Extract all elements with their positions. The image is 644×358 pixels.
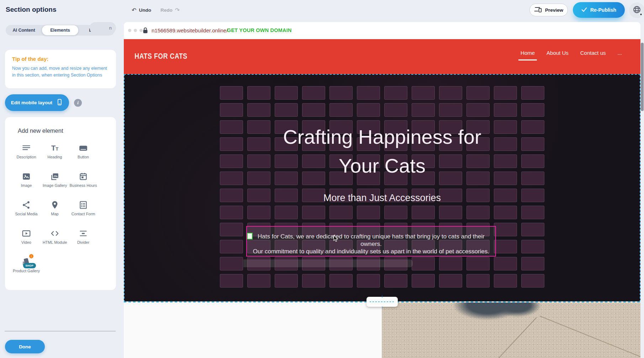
- element-label: Divider: [77, 240, 89, 245]
- hero-tile: [521, 274, 544, 288]
- selected-text-element[interactable]: Hats for Cats, we are dedicated to craft…: [246, 226, 496, 257]
- hero-tile: [275, 103, 298, 117]
- hero-tile: [329, 86, 353, 100]
- element-drag-handle[interactable]: [247, 233, 253, 239]
- add-element-image[interactable]: Image: [12, 169, 41, 198]
- hero-tile: [384, 206, 407, 219]
- hero-tile: [220, 223, 243, 236]
- hero-subheading[interactable]: More than Just Accessories: [125, 193, 640, 204]
- element-label: Business Hours: [69, 183, 97, 188]
- business-hours-icon: [78, 171, 89, 182]
- get-domain-link[interactable]: GET YOUR OWN DOMAIN: [227, 27, 292, 33]
- hero-tile: [521, 206, 544, 219]
- preview-label: Preview: [545, 7, 563, 13]
- edit-mobile-label: Edit mobile layout: [11, 100, 52, 105]
- website-builder-app: Section options AI ContentElementsDesign…: [0, 0, 644, 358]
- hero-tile: [521, 240, 544, 253]
- devices-icon: [534, 6, 542, 14]
- element-label: Social Media: [15, 212, 38, 216]
- site-logo[interactable]: HATS FOR CATS: [134, 52, 188, 61]
- hero-tile: [302, 206, 325, 219]
- scrollbar-track[interactable]: [640, 22, 644, 358]
- hero-tile: [329, 274, 353, 288]
- tab-elements[interactable]: Elements: [42, 25, 78, 35]
- hero-tile: [412, 257, 435, 270]
- hero-tile: [220, 274, 243, 288]
- site-canvas: HATS FOR CATS HomeAbout UsContact us... …: [124, 39, 640, 358]
- hero-tile: [439, 103, 462, 117]
- hero-tile: [439, 206, 462, 219]
- hero-tile: [247, 274, 270, 288]
- add-element-business-hours[interactable]: Business Hours: [69, 169, 97, 198]
- site-url[interactable]: n1566589.websitebuilder.online/: [152, 27, 228, 33]
- add-element-social-media[interactable]: Social Media: [12, 198, 41, 226]
- element-label: Heading: [48, 155, 62, 159]
- republish-button[interactable]: Re-Publish: [573, 2, 625, 18]
- nav-item-home[interactable]: Home: [521, 50, 535, 56]
- add-element-product-gallery[interactable]: ↑SHOPProduct Gallery: [12, 254, 41, 283]
- check-icon: [581, 7, 587, 13]
- add-element-divider[interactable]: Divider: [69, 226, 97, 254]
- hero-tile: [384, 274, 407, 288]
- map-icon: [49, 200, 60, 210]
- add-element-contact-form[interactable]: Contact Form: [69, 198, 97, 226]
- add-element-button[interactable]: Button: [69, 141, 97, 169]
- hero-tile: [329, 103, 353, 117]
- tip-of-the-day-card: Tip of the day: Now you can add, move an…: [5, 50, 116, 88]
- add-element-heading[interactable]: TTHeading: [41, 141, 69, 169]
- hover-highlight-band: [243, 259, 413, 267]
- undo-redo-group: ↶ Undo Redo ↷: [132, 7, 180, 14]
- hero-tile: [494, 86, 517, 100]
- hero-tile: [466, 274, 490, 288]
- html-module-icon: [49, 228, 60, 239]
- hero-tile: [220, 240, 243, 253]
- site-header[interactable]: HATS FOR CATS HomeAbout UsContact us...: [124, 39, 640, 74]
- hero-tile: [494, 103, 517, 117]
- element-palette: DescriptionTTHeadingButtonImageImage Gal…: [12, 141, 99, 283]
- hero-tile: [439, 257, 462, 270]
- arrow-down-icon: ↓: [381, 294, 384, 298]
- hero-tile: [466, 206, 490, 219]
- done-button[interactable]: Done: [5, 340, 45, 353]
- hero-tile: [521, 223, 544, 236]
- hero-tile: [466, 86, 490, 100]
- redo-arrow-icon: ↷: [175, 7, 180, 14]
- info-icon[interactable]: i: [74, 99, 82, 107]
- section-resize-handle[interactable]: ↓ ↑: [366, 297, 398, 307]
- add-element-title: Add new element: [18, 127, 63, 134]
- element-label: Contact Form: [72, 212, 95, 216]
- sidebar-divider: [5, 331, 116, 331]
- element-label: Description: [16, 155, 36, 159]
- product-gallery-icon: ↑SHOP: [21, 257, 32, 267]
- next-section[interactable]: [124, 302, 640, 358]
- redo-button[interactable]: Redo ↷: [160, 7, 180, 14]
- scrollbar-thumb[interactable]: [641, 43, 644, 111]
- nav-item-more[interactable]: ...: [617, 50, 622, 56]
- add-element-description[interactable]: Description: [12, 141, 41, 169]
- hero-tile: [494, 206, 517, 219]
- edit-mobile-layout-button[interactable]: Edit mobile layout: [5, 94, 69, 111]
- hero-heading[interactable]: Crafting Happiness forYour Cats: [125, 122, 640, 180]
- hero-tile: [247, 86, 270, 100]
- hero-tile: [439, 274, 462, 288]
- resize-dashes-icon: [370, 301, 395, 302]
- hero-tile: [302, 103, 325, 117]
- add-element-html-module[interactable]: HTML Module: [41, 226, 69, 254]
- hero-tile: [521, 103, 544, 117]
- hero-section-selected[interactable]: Crafting Happiness forYour Cats More tha…: [124, 74, 640, 302]
- social-media-icon: [21, 200, 32, 210]
- language-globe-button[interactable]: [629, 2, 644, 18]
- site-preview-window: n1566589.websitebuilder.online/ GET YOUR…: [124, 22, 640, 358]
- undo-button[interactable]: ↶ Undo: [132, 7, 151, 14]
- add-element-image-gallery[interactable]: Image Gallery: [41, 169, 69, 198]
- preview-button[interactable]: Preview: [529, 4, 568, 16]
- nav-item-contact-us[interactable]: Contact us: [580, 50, 606, 56]
- hero-tile: [302, 86, 325, 100]
- add-element-video[interactable]: Video: [12, 226, 41, 254]
- tab-ai-content[interactable]: AI Content: [6, 25, 42, 35]
- element-label: Video: [21, 240, 31, 245]
- add-element-map[interactable]: Map: [41, 198, 69, 226]
- hero-tile: [220, 257, 243, 270]
- nav-item-about-us[interactable]: About Us: [547, 50, 569, 56]
- hero-tile: [220, 86, 243, 100]
